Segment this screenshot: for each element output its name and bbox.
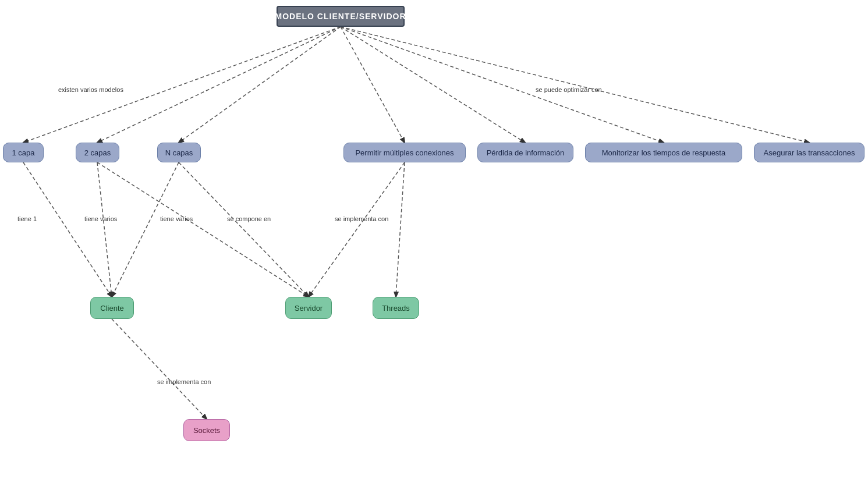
svg-line-4 (341, 27, 525, 143)
node-servidor: Servidor (285, 297, 332, 319)
node-root: MODELO CLIENTE/SERVIDOR (277, 6, 405, 27)
label-existen-varios: existen varios modelos (58, 86, 123, 93)
node-ncapas: N capas (157, 143, 201, 162)
svg-line-5 (341, 27, 664, 143)
diagram-container: MODELO CLIENTE/SERVIDOR 1 capa 2 capas N… (0, 0, 868, 479)
svg-line-0 (23, 27, 341, 143)
svg-line-9 (97, 162, 309, 297)
svg-line-2 (179, 27, 341, 143)
node-cliente: Cliente (90, 297, 134, 319)
label-se-implementa-con: se implementa con (335, 215, 388, 222)
node-monitorizar: Monitorizar los tiempos de respuesta (585, 143, 742, 162)
label-se-puede-optimizar: se puede optimizar con (536, 86, 602, 93)
node-threads: Threads (373, 297, 419, 319)
svg-line-6 (341, 27, 809, 143)
label-tiene-varios-2: tiene varios (84, 215, 117, 222)
svg-line-13 (396, 162, 405, 297)
connections-svg (0, 0, 868, 479)
svg-line-10 (112, 162, 179, 297)
label-se-compone: se compone en (227, 215, 271, 222)
svg-line-3 (341, 27, 405, 143)
svg-line-7 (23, 162, 112, 297)
svg-line-8 (97, 162, 112, 297)
svg-line-11 (179, 162, 309, 297)
node-perdida: Pérdida de información (477, 143, 573, 162)
svg-line-12 (309, 162, 405, 297)
node-2capas: 2 capas (76, 143, 119, 162)
svg-line-14 (112, 319, 207, 419)
label-tiene1: tiene 1 (17, 215, 37, 222)
label-tiene-varios-n: tiene varios (160, 215, 193, 222)
node-permitir: Permitir múltiples conexiones (343, 143, 466, 162)
node-sockets: Sockets (183, 419, 230, 441)
label-se-implementa-sockets: se implementa con (157, 378, 211, 385)
node-1capa: 1 capa (3, 143, 44, 162)
svg-line-1 (97, 27, 341, 143)
node-asegurar: Asegurar las transacciones (754, 143, 865, 162)
